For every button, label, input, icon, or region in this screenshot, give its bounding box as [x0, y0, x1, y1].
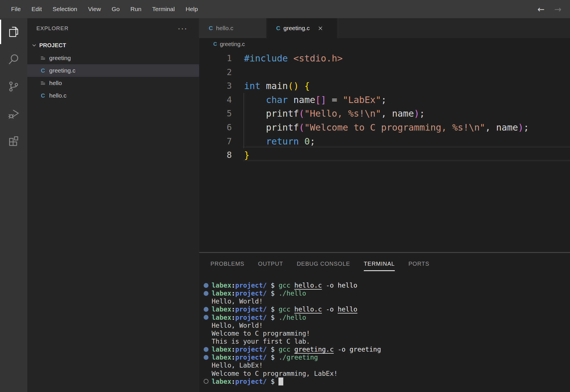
bullet-spacer [204, 339, 208, 344]
code-token [244, 136, 266, 147]
menu-item-help[interactable]: Help [180, 6, 203, 13]
term-line: Welcome to C programming! [204, 329, 570, 337]
file-label: hello [49, 80, 62, 86]
code-token: ; [524, 122, 529, 133]
line-number: 2 [199, 65, 232, 79]
tab-label: hello.c [216, 25, 233, 32]
search-icon [7, 53, 20, 66]
nav-arrows: ← → [538, 0, 570, 18]
term-token: Hello, World! [212, 322, 263, 329]
code-token [299, 81, 304, 91]
code-line: #include <stdio.h> [244, 51, 570, 65]
sidebar-header: EXPLORER ··· [27, 22, 199, 35]
line-number: 7 [199, 135, 232, 148]
nav-back-button[interactable]: ← [538, 4, 545, 14]
terminal[interactable]: labex:project/ $ gcc hello.c -o hellolab… [199, 281, 570, 392]
more-actions-button[interactable]: ··· [178, 27, 188, 30]
code-line: printf("Welcome to C programming, %s!\n"… [244, 121, 570, 135]
term-token: labex [212, 306, 231, 313]
file-item-hello.c[interactable]: Chello.c [27, 89, 199, 102]
term-token: gcc [278, 346, 294, 353]
term-token: hello [338, 306, 357, 313]
bullet-spacer [204, 363, 208, 368]
menu-item-go[interactable]: Go [106, 6, 125, 13]
term-token: hello.c [294, 306, 322, 313]
term-token: $ [267, 346, 279, 353]
term-token: project/ [235, 290, 267, 297]
prompt-circle-icon [204, 379, 208, 384]
code-token [299, 136, 304, 147]
activity-item-explorer[interactable] [0, 18, 27, 46]
code-lines: #include <stdio.h> int main() { char nam… [244, 51, 570, 162]
panel-tab-problems[interactable]: PROBLEMS [210, 253, 244, 275]
term-token: ./hello [278, 290, 306, 297]
tab-greeting.c[interactable]: Cgreeting.c [267, 18, 337, 38]
code-token: printf [244, 108, 299, 119]
file-item-hello[interactable]: hello [27, 77, 199, 89]
code-token: <stdio.h> [293, 53, 342, 64]
bottom-panel: PROBLEMSOUTPUTDEBUG CONSOLETERMINALPORTS… [199, 253, 570, 392]
menu-item-view[interactable]: View [82, 6, 106, 13]
line-number: 3 [199, 79, 232, 93]
term-token: : [231, 314, 235, 321]
term-token: : [231, 306, 235, 313]
activity-item-source-control[interactable] [0, 73, 27, 100]
c-file-icon: C [209, 25, 213, 32]
term-token: Welcome to C programming, LabEx! [212, 370, 338, 377]
term-line: labex:project/ $ gcc hello.c -o hello [204, 305, 570, 313]
term-token: ./hello [278, 314, 306, 321]
code-editor[interactable]: 12345678 #include <stdio.h> int main() {… [199, 50, 570, 252]
close-icon[interactable] [317, 25, 323, 31]
nav-forward-button[interactable]: → [554, 4, 561, 14]
panel-tab-debug-console[interactable]: DEBUG CONSOLE [297, 253, 350, 275]
code-token: return [266, 136, 299, 147]
tab-label: greeting.c [283, 25, 309, 32]
term-token: $ [267, 282, 279, 289]
file-label: greeting [49, 55, 71, 61]
breadcrumb[interactable]: C greeting.c [199, 38, 570, 50]
activity-item-search[interactable] [0, 46, 27, 73]
term-line: Hello, World! [204, 297, 570, 305]
editor-tabs: Chello.cCgreeting.c [199, 18, 570, 38]
code-token: ) [414, 108, 419, 119]
term-token: project/ [235, 314, 267, 321]
file-item-greeting.c[interactable]: Cgreeting.c [27, 64, 199, 77]
prompt-bullet-icon [204, 283, 208, 288]
project-section-label: PROJECT [39, 42, 66, 49]
activity-item-extensions[interactable] [0, 127, 27, 155]
code-line: char name[] = "LabEx"; [244, 93, 570, 107]
explorer-sidebar: EXPLORER ··· PROJECT greetingCgreeting.c… [27, 18, 199, 392]
activity-item-run-debug[interactable] [0, 100, 27, 127]
term-token: $ [267, 290, 279, 297]
menu-item-edit[interactable]: Edit [26, 6, 47, 13]
code-line: return 0; [244, 135, 570, 148]
project-section-header[interactable]: PROJECT [27, 39, 199, 51]
term-token: labex [212, 378, 231, 385]
prompt-bullet-icon [204, 315, 208, 320]
term-token: labex [212, 290, 231, 297]
term-token: $ [267, 314, 279, 321]
code-token: [] [315, 94, 326, 105]
prompt-bullet-icon [204, 307, 208, 312]
term-line: labex:project/ $ [204, 377, 570, 385]
file-item-greeting[interactable]: greeting [27, 52, 199, 64]
bullet-spacer [204, 371, 208, 376]
breadcrumb-file-label: greeting.c [220, 41, 245, 48]
menu-item-selection[interactable]: Selection [47, 6, 82, 13]
menu-item-run[interactable]: Run [125, 6, 147, 13]
term-token: $ [267, 378, 279, 385]
term-token: -o greeting [334, 346, 381, 353]
code-token: ; [420, 108, 425, 119]
menubar-items: FileEditSelectionViewGoRunTerminalHelp [6, 6, 203, 13]
code-token [288, 53, 293, 64]
menu-item-file[interactable]: File [6, 6, 26, 13]
panel-tab-ports[interactable]: PORTS [408, 253, 429, 275]
term-token: -o [322, 306, 338, 313]
panel-tab-terminal[interactable]: TERMINAL [364, 253, 395, 275]
tab-hello.c[interactable]: Chello.c [199, 18, 267, 38]
code-token: ) [518, 122, 523, 133]
panel-tab-output[interactable]: OUTPUT [258, 253, 283, 275]
term-token: : [231, 282, 235, 289]
menu-item-terminal[interactable]: Terminal [147, 6, 180, 13]
term-token: Hello, LabEx! [212, 362, 263, 369]
